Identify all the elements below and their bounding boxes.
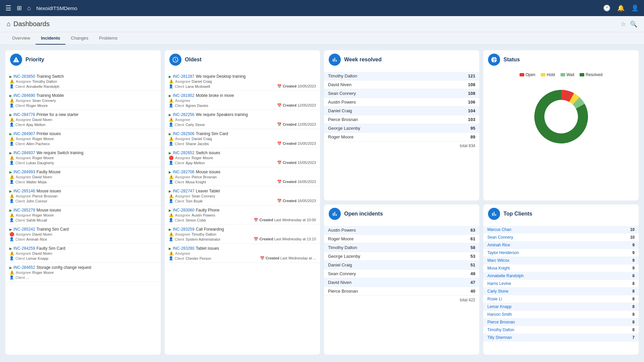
client-name[interactable]: Aminah Rice — [483, 241, 604, 249]
incident-id[interactable]: INC-283280 — [173, 246, 195, 251]
oldest-incident-item[interactable]: ▶ INC-282256 We require Speakers trainin… — [165, 110, 320, 129]
priority-incident-item[interactable]: ▶ INC-283650 Training Switch ⚠️ Assignee… — [5, 72, 161, 91]
incident-id[interactable]: INC-282506 — [173, 131, 195, 136]
search-icon[interactable]: 🔍 — [630, 20, 637, 28]
oldest-incident-item[interactable]: ▶ INC-283060 Faulty Phone ⚠️ Assignee Au… — [165, 205, 320, 225]
priority-incident-item[interactable]: ▶ INC-284776 Printer for a new starter ⚠… — [5, 110, 161, 129]
assignee-label: Assignee — [175, 118, 190, 122]
incident-id[interactable]: INC-282652 — [173, 150, 195, 155]
client-name[interactable]: Annabelle Randolph — [483, 272, 604, 280]
assignee-value: Roger Moore — [32, 213, 54, 217]
assignee-row: ⚠️ Assignee — [169, 117, 316, 122]
user-icon[interactable]: 👤 — [631, 4, 639, 12]
incident-id[interactable]: INC-281287 — [173, 74, 195, 79]
star-icon[interactable]: ☆ — [621, 20, 626, 28]
client-name[interactable]: Timothy Dalton — [483, 326, 604, 334]
open-count: 40 — [442, 287, 479, 296]
grid-icon[interactable]: ⊞ — [17, 4, 22, 12]
top-clients-table: Marcus Chan10Sean Connery10Aminah Rice9T… — [483, 226, 639, 342]
client-name[interactable]: Marcus Chan — [483, 226, 604, 234]
assignee-value: David Niven — [32, 118, 52, 122]
incident-row: ▶ INC-282747 Leaver Tablet — [169, 189, 316, 193]
client-name[interactable]: Taylor Henderson — [483, 249, 604, 257]
tab-problems[interactable]: Problems — [94, 32, 123, 45]
client-name[interactable]: Carly Stone — [483, 288, 604, 295]
priority-incident-item[interactable]: ▶ INC-284259 Faulty Sim Card ⚠️ Assignee… — [5, 244, 161, 263]
incident-id[interactable]: INC-284259 — [13, 246, 35, 251]
incident-id[interactable]: INC-284937 — [13, 150, 35, 155]
incident-id[interactable]: INC-281852 — [173, 93, 195, 98]
priority-incident-item[interactable]: ▶ INC-285146 Mouse issues ⚠️ Assignee Pi… — [5, 186, 161, 205]
client-label: Client — [15, 256, 25, 260]
warning-icon: ⚠️ — [9, 156, 14, 160]
week-resolved-row: Sean Connery108 — [324, 89, 479, 98]
incident-id[interactable]: INC-283259 — [173, 227, 195, 232]
oldest-incident-item[interactable]: ▶ INC-282706 Mouse issues ⚠️ Assignee Pi… — [165, 167, 320, 186]
open-incidents-row: Roger Moore61 — [324, 235, 479, 243]
resolved-count: 106 — [436, 98, 479, 107]
client-name[interactable]: Pierce Brosnan — [483, 318, 604, 326]
priority-incident-item[interactable]: ▶ INC-284993 Faulty Mouse ⚠️ Assignee Da… — [5, 167, 161, 186]
client-name[interactable]: Tilly Sherman — [483, 334, 604, 342]
client-value: Chester Person — [185, 256, 211, 260]
oldest-incident-item[interactable]: ▶ INC-281852 Mobile broke in move ⚠️ Ass… — [165, 91, 320, 110]
hamburger-icon[interactable]: ☰ — [5, 4, 11, 12]
incident-id[interactable]: INC-284776 — [13, 112, 35, 117]
oldest-incident-item[interactable]: ▶ INC-282506 Training Sim Card ⚠️ Assign… — [165, 129, 320, 148]
client-name[interactable]: Lemar Knapp — [483, 303, 604, 311]
incident-id[interactable]: INC-285242 — [13, 227, 35, 232]
person-icon: 👤 — [9, 237, 14, 241]
warning-icon: ⚠️ — [9, 213, 14, 218]
oldest-incident-item[interactable]: ▶ INC-282747 Leaver Tablet ⚠️ Assignee S… — [165, 186, 320, 205]
created-date: 📅 Created 10/05/2023 — [277, 84, 316, 88]
open-incidents-row: David Niven47 — [324, 278, 479, 287]
oldest-card: Oldest ▶ INC-281287 We require Desktop t… — [165, 50, 320, 355]
play-icon: ▶ — [9, 228, 12, 231]
client-name[interactable]: Harris Levine — [483, 280, 604, 288]
legend-resolved: Resolved — [580, 72, 602, 77]
tab-overview[interactable]: Overview — [7, 32, 36, 45]
priority-incident-item[interactable]: ▶ INC-284652 Storage config change reque… — [5, 263, 161, 282]
oldest-incident-item[interactable]: ▶ INC-281287 We require Desktop training… — [165, 72, 320, 91]
incident-id[interactable]: INC-284993 — [13, 170, 35, 174]
incident-id[interactable]: INC-285279 — [13, 208, 35, 213]
incident-id[interactable]: INC-284690 — [13, 93, 35, 98]
incident-id[interactable]: INC-282747 — [173, 189, 195, 193]
incident-id[interactable]: INC-284652 — [13, 265, 35, 270]
oldest-incident-item[interactable]: ▶ INC-282652 Switch issues 🔴 Assignee Ro… — [165, 148, 320, 167]
oldest-incident-item[interactable]: ▶ INC-283259 Call Forwarding ⚠️ Assignee… — [165, 225, 320, 244]
priority-incident-item[interactable]: ▶ INC-284690 Training Mobile ⚠️ Assignee… — [5, 91, 161, 110]
assignee-value: David Niven — [32, 251, 52, 255]
incident-id[interactable]: INC-282256 — [173, 112, 195, 117]
tab-incidents[interactable]: Incidents — [36, 32, 65, 45]
client-value: Ajay Melton — [26, 123, 45, 127]
person-icon: 👤 — [169, 256, 173, 260]
priority-incident-item[interactable]: ▶ INC-285279 Mouse issues ⚠️ Assignee Ro… — [5, 205, 161, 225]
priority-incident-item[interactable]: ▶ INC-284937 We require Switch training … — [5, 148, 161, 167]
home-icon[interactable]: ⌂ — [27, 5, 31, 12]
top-clients-icon — [488, 208, 500, 220]
assignee-value: Roger Moore — [32, 137, 54, 141]
priority-incident-item[interactable]: ▶ INC-284907 Printer issues ⚠️ Assignee … — [5, 129, 161, 148]
play-icon: ▶ — [9, 266, 12, 269]
client-value: Aminah Rice — [26, 237, 47, 241]
incident-id[interactable]: INC-284907 — [13, 131, 35, 136]
tab-changes[interactable]: Changes — [65, 32, 94, 45]
assignee-name: Sean Connery — [324, 269, 442, 278]
incident-id[interactable]: INC-282706 — [173, 170, 195, 174]
client-row: 👤 Client Lemar Knapp — [9, 256, 157, 260]
oldest-incident-item[interactable]: ▶ INC-283280 Tablet issues ⚠️ Assignee 👤… — [165, 244, 320, 263]
incident-id[interactable]: INC-283060 — [173, 208, 195, 213]
history-icon[interactable]: 🕐 — [603, 4, 610, 12]
client-name[interactable]: Sean Connery — [483, 234, 604, 241]
client-name[interactable]: Rosie Li — [483, 295, 604, 303]
warning-icon: ⚠️ — [169, 251, 174, 256]
client-name[interactable]: Marc Wilcox — [483, 257, 604, 264]
bell-icon[interactable]: 🔔 — [617, 4, 625, 12]
incident-id[interactable]: INC-285146 — [13, 189, 35, 193]
client-name[interactable]: Haroon Smith — [483, 311, 604, 318]
incident-id[interactable]: INC-283650 — [13, 74, 35, 79]
client-name[interactable]: Musa Knight — [483, 264, 604, 272]
priority-incident-item[interactable]: ▶ INC-285242 Training Sim Card 🔴 Assigne… — [5, 225, 161, 244]
assignee-value: Pierce Brosnan — [192, 175, 217, 179]
